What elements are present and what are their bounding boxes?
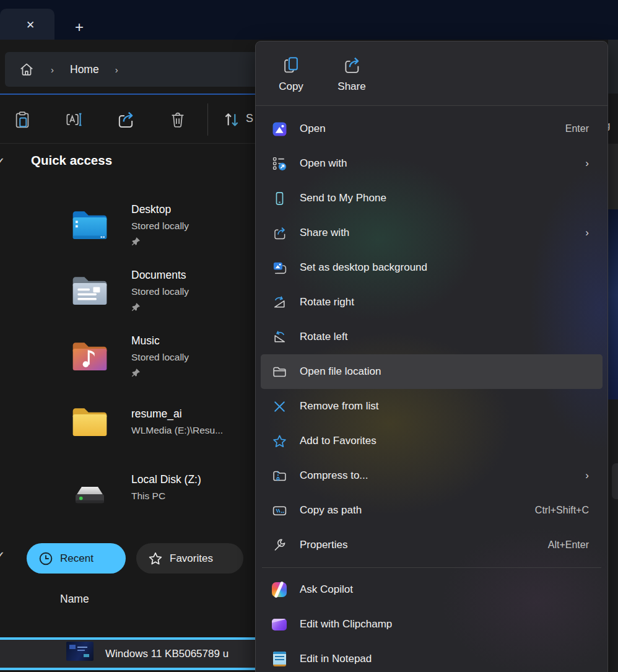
rotate-left-icon [271,329,287,345]
share-icon [342,55,362,75]
music-folder-icon [68,333,111,379]
pin-icon [131,368,141,377]
filter-recent-label: Recent [60,552,94,565]
pin-icon [131,302,141,312]
shortcut-label: Enter [565,123,589,134]
star-icon [271,433,287,449]
sort-icon [222,110,242,129]
file-thumbnail [66,642,94,661]
menu-item-add-to-favorites[interactable]: Add to Favorites [261,424,603,458]
item-name: Music [131,333,189,349]
file-name: Windows 11 KB5065789 u [105,648,228,660]
home-icon[interactable] [19,61,35,77]
desktop-folder-icon [68,202,111,248]
explorer-tab[interactable]: ✕ [0,9,54,40]
menu-item-rotate-left[interactable]: Rotate left [261,320,603,354]
item-subtitle: This PC [131,488,201,504]
context-menu: Copy Share Open En [255,41,608,672]
menu-item-properties[interactable]: Properties Alt+Enter [261,528,603,562]
menu-item-set-desktop-background[interactable]: Set as desktop background [261,250,603,285]
menu-item-remove-from-list[interactable]: Remove from list [261,389,603,424]
copy-icon [281,55,301,75]
breadcrumb-home[interactable]: Home [70,63,99,76]
photos-app-icon [271,121,287,137]
documents-folder-icon [68,268,111,313]
breadcrumb-chevron-icon: › [51,64,54,75]
filter-favorites-button[interactable]: Favorites [136,543,243,574]
share-quick-label: Share [337,81,365,93]
filter-recent-button[interactable]: Recent [27,543,126,574]
rename-button[interactable] [64,110,84,129]
edge-strip [608,399,618,672]
share-quick-button[interactable]: Share [331,47,372,100]
menu-item-compress-to[interactable]: Compress to... › [261,458,603,493]
edge-strip [608,144,618,209]
copilot-icon [271,582,287,598]
delete-button[interactable] [168,110,188,129]
section-check-icon: ✓ [0,155,6,170]
menu-item-list: Open Enter Open with › [256,106,607,562]
menu-item-open[interactable]: Open Enter [261,111,603,146]
edge-wallpaper-strip [608,209,618,399]
wrench-icon [271,537,287,553]
rename-icon [64,110,83,129]
paste-button[interactable] [12,110,32,129]
item-name: Desktop [131,201,189,218]
sort-button[interactable] [222,110,242,129]
notepad-icon [271,651,287,667]
edge-strip [608,40,618,94]
shortcut-label: Ctrl+Shift+C [535,505,589,516]
title-bar: ✕ + [0,0,618,40]
copy-path-icon [271,502,287,518]
zip-folder-icon [271,468,287,484]
file-explorer-window: ✕ + › Home › [0,0,618,672]
quick-access-item-music[interactable]: Music Stored locally [0,323,254,389]
menu-item-rotate-right[interactable]: Rotate right [261,285,603,320]
menu-item-ask-copilot[interactable]: Ask Copilot [261,572,603,607]
breadcrumb-chevron-icon: › [115,64,118,75]
quick-access-item-documents[interactable]: Documents Stored locally [0,258,254,323]
clipchamp-icon [271,616,287,632]
submenu-chevron-icon: › [578,157,589,170]
item-subtitle: Stored locally [131,349,189,365]
toolbar-divider [207,103,208,136]
quick-access-item-local-disk[interactable]: Local Disk (Z:) This PC [0,455,254,520]
menu-item-edit-in-notepad[interactable]: Edit in Notepad [261,642,603,672]
sort-label-fragment: S [246,112,253,125]
quick-access-heading[interactable]: Quick access [31,153,112,168]
folder-icon [68,399,111,445]
menu-item-share-with[interactable]: Share with › [261,216,603,250]
quick-access-item-desktop[interactable]: Desktop Stored locally [0,192,254,258]
copy-quick-label: Copy [279,81,303,93]
column-header-name[interactable]: Name [60,593,89,606]
phone-icon [271,190,287,206]
new-tab-button[interactable]: + [68,17,90,37]
menu-item-copy-as-path[interactable]: Copy as path Ctrl+Shift+C [261,493,603,528]
quick-actions-row: Copy Share [256,41,607,105]
item-subtitle: Stored locally [131,284,189,300]
menu-item-list-apps: Ask Copilot Edit with Clipchamp Edit in … [256,568,607,672]
quick-access-item-resume-ai[interactable]: resume_ai WLMedia (E:)\Resu... [0,389,254,455]
menu-item-edit-with-clipchamp[interactable]: Edit with Clipchamp [261,607,603,642]
paste-icon [13,110,32,129]
item-subtitle: Stored locally [131,218,189,234]
star-icon [147,551,163,567]
menu-item-open-file-location[interactable]: Open file location [261,354,603,389]
item-name: Documents [131,267,189,284]
tab-close-icon[interactable]: ✕ [20,16,41,33]
item-subtitle: WLMedia (E:)\Resu... [131,422,223,439]
section-check-icon: ✓ [0,549,6,564]
menu-item-send-to-phone[interactable]: Send to My Phone [261,181,603,216]
share-button[interactable] [116,110,136,129]
item-name: resume_ai [131,406,223,422]
scrollbar-fragment [612,463,618,499]
pin-icon [131,237,141,246]
folder-icon [271,364,287,380]
share-icon [116,110,136,129]
open-with-icon [271,155,287,172]
submenu-chevron-icon: › [578,227,589,239]
share-icon [271,225,287,241]
filter-favorites-label: Favorites [170,552,213,565]
copy-quick-button[interactable]: Copy [271,47,311,100]
menu-item-open-with[interactable]: Open with › [261,146,603,181]
